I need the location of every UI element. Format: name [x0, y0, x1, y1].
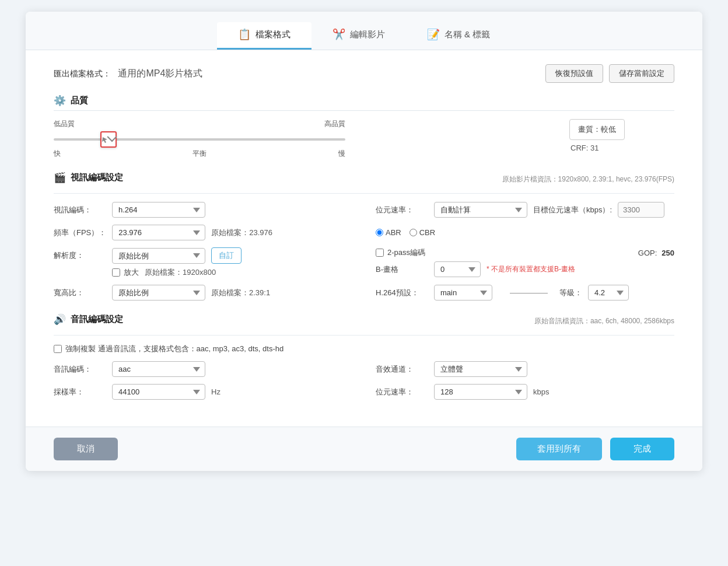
done-button[interactable]: 完成 [610, 438, 674, 460]
level-label: 等級： [559, 288, 582, 298]
crf-label: CRF: 31 [570, 144, 674, 152]
force-copy-checkbox[interactable] [54, 345, 62, 353]
top-buttons: 恢復預設值 儲存當前設定 [545, 64, 674, 83]
samplerate-unit: Hz [211, 387, 220, 396]
video-section-header: 🎬 視訊編碼設定 原始影片檔資訊：1920x800, 2.39:1, hevc,… [54, 172, 674, 187]
video-title-label: 視訊編碼設定 [71, 172, 123, 183]
fps-source-value: 原始檔案：23.976 [211, 228, 272, 238]
save-current-button[interactable]: 儲存當前設定 [609, 64, 674, 83]
tab-bar: 📋 檔案格式 ✂️ 編輯影片 📝 名稱 & 標籤 [26, 12, 702, 50]
gop-label: GOP: [638, 249, 657, 257]
tab-edit-clip[interactable]: ✂️ 編輯影片 [312, 22, 406, 50]
audio-channel-label: 音效通道： [376, 364, 428, 375]
audio-channel-select[interactable]: 立體聲 [434, 361, 527, 377]
file-format-icon: 📋 [238, 28, 251, 41]
quality-slider-wrap[interactable] [54, 131, 345, 148]
apply-all-button[interactable]: 套用到所有 [516, 438, 602, 460]
audio-bitrate-row: 位元速率： 128 kbps [376, 384, 674, 400]
force-copy-row: 強制複製 通過音訊流，支援格式包含：aac, mp3, ac3, dts, dt… [54, 344, 674, 354]
resolution-row: 解析度： 原始比例 自訂 [54, 247, 352, 264]
twopass-checkbox[interactable] [376, 249, 384, 257]
low-quality-label: 低品質 [54, 119, 75, 129]
slider-track [54, 138, 345, 141]
force-copy-label: 強制複製 通過音訊流，支援格式包含：aac, mp3, ac3, dts, dt… [65, 344, 284, 354]
edit-clip-icon: ✂️ [332, 28, 345, 41]
resolution-select[interactable]: 原始比例 [112, 248, 205, 264]
bframe-note: * 不是所有裝置都支援B-畫格 [487, 264, 575, 274]
enlarge-checkbox[interactable] [112, 268, 120, 277]
audio-section-header: 🔊 音訊編碼設定 原始音訊檔資訊：aac, 6ch, 48000, 2586kb… [54, 313, 674, 329]
quality-right-panel: 畫質：較低 CRF: 31 [569, 119, 674, 152]
abr-cbr-row: ABR CBR [376, 225, 674, 240]
twopass-checkbox-row: 2-pass編碼 [376, 247, 425, 258]
level-select[interactable]: 4.2 [588, 285, 629, 301]
level-divider: ————— [510, 288, 548, 297]
h264-preset-row: H.264預設： main ————— 等級： 4.2 [376, 285, 674, 301]
audio-bitrate-select[interactable]: 128 [434, 384, 527, 400]
fps-select[interactable]: 23.976 [112, 225, 205, 240]
audio-bitrate-unit: kbps [533, 387, 549, 396]
tab-file-format[interactable]: 📋 檔案格式 [217, 22, 312, 50]
audio-source-info: 原始音訊檔資訊：aac, 6ch, 48000, 2586kbps [534, 316, 674, 326]
enlarge-row: 放大 原始檔案：1920x800 [54, 267, 352, 278]
samplerate-select[interactable]: 44100 [112, 384, 205, 400]
quality-title-label: 品質 [71, 95, 88, 106]
audio-codec-row: 音訊編碼： aac [54, 361, 352, 377]
tab-file-format-label: 檔案格式 [256, 29, 290, 40]
quality-value-label: 畫質：較低 [578, 125, 616, 134]
gop-value: 250 [662, 249, 674, 257]
cbr-label[interactable]: CBR [410, 228, 435, 237]
title-tag-icon: 📝 [427, 28, 440, 41]
slider-thumb[interactable] [100, 131, 117, 148]
bframe-select[interactable]: 0 [434, 261, 481, 277]
tab-title-tag[interactable]: 📝 名稱 & 標籤 [406, 22, 511, 50]
enlarge-label: 放大 [124, 267, 139, 278]
audio-title-label: 音訊編碼設定 [71, 314, 123, 325]
samplerate-label: 採樣率： [54, 387, 106, 397]
bframe-label: B-畫格 [376, 264, 428, 275]
resolution-source: 原始檔案：1920x800 [145, 267, 216, 278]
fast-label: 快 [54, 149, 61, 159]
cbr-radio[interactable] [410, 229, 417, 236]
video-codec-row: 視訊編碼： h.264 [54, 202, 352, 218]
aspect-select[interactable]: 原始比例 [112, 285, 205, 301]
fps-row: 頻率（FPS）： 23.976 原始檔案：23.976 [54, 225, 352, 240]
bframe-row: B-畫格 0 * 不是所有裝置都支援B-畫格 [376, 261, 674, 277]
quality-labels: 低品質 高品質 [54, 119, 345, 129]
aspect-row: 寬高比： 原始比例 原始檔案：2.39:1 [54, 285, 352, 301]
resolution-label: 解析度： [54, 250, 106, 261]
quality-value-box: 畫質：較低 [569, 119, 625, 140]
abr-radio[interactable] [376, 229, 383, 236]
quality-slider-area: 低品質 高品質 快 平 [54, 119, 534, 159]
video-source-info: 原始影片檔資訊：1920x800, 2.39:1, hevc, 23.976(F… [502, 174, 674, 184]
format-label: 匯出檔案格式： [54, 69, 111, 78]
abr-cbr-group: ABR CBR [376, 228, 435, 237]
medium-label: 平衡 [192, 149, 206, 159]
tab-edit-clip-label: 編輯影片 [350, 29, 385, 40]
abr-label[interactable]: ABR [376, 228, 401, 237]
video-codec-select[interactable]: h.264 [112, 202, 205, 218]
cursor-icon [102, 136, 108, 143]
aspect-source: 原始檔案：2.39:1 [211, 288, 270, 298]
target-bitrate-input[interactable] [618, 202, 664, 218]
enlarge-checkbox-row: 放大 [112, 267, 139, 278]
custom-resolution-button[interactable]: 自訂 [211, 247, 242, 264]
video-section-title: 🎬 視訊編碼設定 [54, 172, 123, 187]
format-display: 匯出檔案格式： 通用的MP4影片格式 [54, 68, 202, 80]
format-value: 通用的MP4影片格式 [118, 68, 202, 78]
restore-defaults-button[interactable]: 恢復預設值 [545, 64, 603, 83]
bitrate-select[interactable]: 自動計算 [434, 202, 527, 218]
cancel-button[interactable]: 取消 [54, 438, 118, 460]
audio-section-title: 🔊 音訊編碼設定 [54, 313, 123, 329]
audio-codec-select[interactable]: aac [112, 361, 205, 377]
tab-title-tag-label: 名稱 & 標籤 [444, 29, 490, 40]
bitrate-label: 位元速率： [376, 205, 428, 215]
video-section: 🎬 視訊編碼設定 原始影片檔資訊：1920x800, 2.39:1, hevc,… [54, 172, 674, 301]
target-bitrate-label: 目標位元速率（kbps）: [533, 205, 612, 215]
video-icon: 🎬 [54, 172, 66, 184]
high-quality-label: 高品質 [324, 119, 345, 129]
h264-preset-select[interactable]: main [434, 285, 492, 301]
gear-icon: ⚙️ [54, 95, 66, 107]
twopass-gop-row: 2-pass編碼 GOP: 250 [376, 247, 674, 258]
quality-section: ⚙️ 品質 低品質 高品質 [54, 95, 674, 159]
